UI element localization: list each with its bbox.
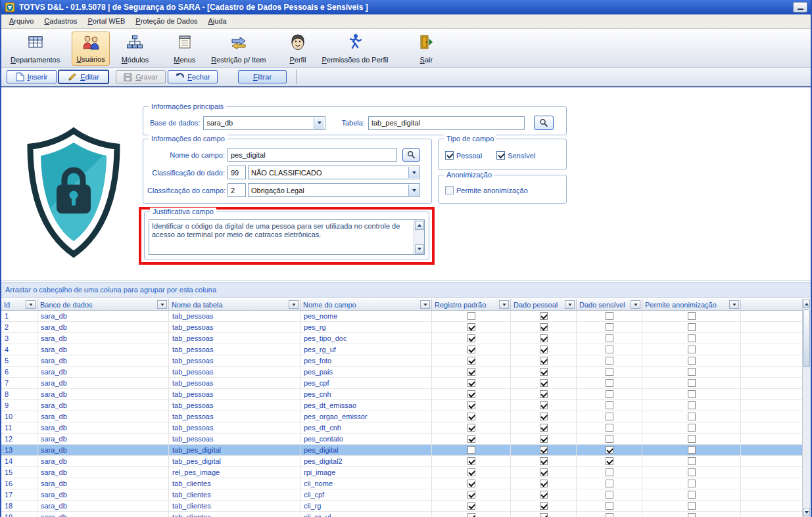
toolbar-item-modulos[interactable]: Módulos	[118, 32, 153, 66]
column-header-registro[interactable]: Registro padrão	[432, 299, 511, 310]
checkbox-pessoal[interactable]	[540, 390, 548, 398]
checkbox-registro[interactable]	[467, 368, 475, 376]
checkbox-pessoal[interactable]	[540, 480, 548, 487]
column-header-pessoal[interactable]: Dado pessoal	[511, 299, 577, 310]
checkbox-pessoal[interactable]	[540, 368, 548, 376]
filter-dropdown-icon[interactable]	[420, 300, 430, 309]
checkbox-anon[interactable]	[688, 346, 696, 353]
checkbox-registro[interactable]	[467, 357, 475, 365]
checkbox-pessoal[interactable]	[540, 513, 548, 517]
checkbox-anon[interactable]	[688, 334, 696, 342]
checkbox-sensivel[interactable]	[496, 151, 505, 160]
checkbox-sensivel[interactable]	[606, 435, 613, 443]
justificativa-textarea[interactable]: Identificar o código da digital de uma p…	[149, 219, 425, 255]
checkbox-pessoal[interactable]	[540, 502, 548, 510]
grid-scrollbar[interactable]	[802, 299, 811, 517]
checkbox-pessoal[interactable]	[540, 457, 548, 465]
classificacao-dado-select[interactable]: NÃO CLASSIFICADO	[248, 166, 420, 179]
checkbox-pessoal[interactable]	[540, 424, 548, 432]
inserir-button[interactable]: Inserir	[7, 70, 57, 83]
checkbox-registro[interactable]	[467, 446, 475, 454]
checkbox-pessoal[interactable]	[540, 468, 548, 476]
scroll-up-icon[interactable]	[415, 221, 424, 230]
classificacao-campo-code-input[interactable]: 2	[227, 183, 246, 197]
table-row[interactable]: 19sara_dbtab_clientescli_rg_uf	[1, 512, 802, 517]
checkbox-registro[interactable]	[467, 346, 475, 353]
table-row[interactable]: 11sara_dbtab_pessoaspes_dt_cnh	[1, 422, 802, 434]
table-row[interactable]: 12sara_dbtab_pessoaspes_contato	[1, 434, 802, 445]
checkbox-permite-anonimizacao[interactable]	[445, 186, 454, 194]
checkbox-anon[interactable]	[688, 390, 696, 398]
checkbox-sensivel[interactable]	[606, 413, 613, 420]
dropdown-arrow-icon[interactable]	[314, 118, 324, 129]
menu-arquivo[interactable]: Arquivo	[4, 14, 39, 28]
dropdown-arrow-icon[interactable]	[408, 167, 419, 178]
search-table-button[interactable]	[534, 116, 554, 130]
checkbox-registro[interactable]	[467, 323, 475, 331]
checkbox-sensivel[interactable]	[606, 513, 613, 517]
checkbox-sensivel[interactable]	[606, 502, 613, 510]
checkbox-pessoal[interactable]	[540, 334, 548, 342]
table-row[interactable]: 3sara_dbtab_pessoaspes_tipo_doc	[1, 333, 802, 344]
checkbox-sensivel[interactable]	[606, 457, 613, 465]
grid-scroll-down-icon[interactable]	[803, 508, 810, 516]
checkbox-registro[interactable]	[467, 457, 475, 465]
filter-dropdown-icon[interactable]	[499, 300, 509, 309]
checkbox-registro[interactable]	[467, 480, 475, 487]
checkbox-sensivel[interactable]	[606, 401, 613, 409]
menu-protecao-de-dados[interactable]: Proteção de Dados	[130, 14, 203, 28]
checkbox-anon[interactable]	[688, 424, 696, 432]
toolbar-item-permissoes[interactable]: Permissões do Perfil	[318, 32, 393, 66]
table-row[interactable]: 10sara_dbtab_pessoaspes_orgao_emissor	[1, 411, 802, 422]
table-row[interactable]: 18sara_dbtab_clientescli_rg	[1, 501, 802, 512]
checkbox-sensivel[interactable]	[606, 346, 613, 353]
checkbox-sensivel[interactable]	[606, 446, 613, 454]
checkbox-anon[interactable]	[688, 323, 696, 331]
checkbox-sensivel[interactable]	[606, 468, 613, 476]
scroll-down-icon[interactable]	[415, 244, 424, 254]
table-row[interactable]: 17sara_dbtab_clientescli_cpf	[1, 489, 802, 501]
checkbox-sensivel[interactable]	[606, 334, 613, 342]
table-row[interactable]: 9sara_dbtab_pessoaspes_dt_emissao	[1, 400, 802, 411]
toolbar-item-perfil[interactable]: Perfil	[285, 32, 310, 66]
base-de-dados-select[interactable]: sara_db	[203, 116, 325, 130]
checkbox-pessoal[interactable]	[540, 413, 548, 420]
minimize-button[interactable]	[793, 2, 807, 12]
checkbox-registro[interactable]	[467, 502, 475, 510]
checkbox-anon[interactable]	[688, 401, 696, 409]
table-row[interactable]: 15sara_dbrel_pes_imagerpi_image	[1, 467, 802, 478]
checkbox-pessoal[interactable]	[540, 312, 548, 320]
checkbox-pessoal[interactable]	[445, 151, 454, 160]
checkbox-anon[interactable]	[688, 413, 696, 420]
column-header-db[interactable]: Banco de dados	[37, 299, 169, 310]
checkbox-anon[interactable]	[688, 468, 696, 476]
checkbox-sensivel[interactable]	[606, 424, 613, 432]
table-row[interactable]: 5sara_dbtab_pessoaspes_foto	[1, 355, 802, 367]
tabela-input[interactable]: tab_pes_digital	[368, 116, 525, 130]
checkbox-pessoal[interactable]	[540, 346, 548, 353]
toolbar-item-departamentos[interactable]: Departamentos	[7, 32, 64, 66]
gravar-button[interactable]: Gravar	[116, 70, 166, 83]
checkbox-sensivel[interactable]	[606, 368, 613, 376]
checkbox-sensivel[interactable]	[606, 357, 613, 365]
checkbox-anon[interactable]	[688, 480, 696, 487]
checkbox-anon[interactable]	[688, 502, 696, 510]
column-header-anon[interactable]: Permite anonimização	[642, 299, 741, 310]
toolbar-item-restricao[interactable]: Restrição p/ Item	[207, 32, 270, 66]
table-row[interactable]: 1sara_dbtab_pessoaspes_nome	[1, 311, 802, 322]
justificativa-scrollbar[interactable]	[414, 220, 424, 254]
classificacao-dado-code-input[interactable]: 99	[227, 166, 246, 179]
filtrar-button[interactable]: Filtrar	[238, 70, 287, 83]
table-row[interactable]: 7sara_dbtab_pessoaspes_cpf	[1, 378, 802, 389]
table-row[interactable]: 4sara_dbtab_pessoaspes_rg_uf	[1, 344, 802, 355]
checkbox-registro[interactable]	[467, 424, 475, 432]
checkbox-registro[interactable]	[467, 401, 475, 409]
filter-dropdown-icon[interactable]	[729, 300, 739, 309]
toolbar-item-menus[interactable]: Menus	[170, 32, 199, 66]
checkbox-anon[interactable]	[688, 368, 696, 376]
column-header-table[interactable]: Nome da tabela	[169, 299, 300, 310]
filter-dropdown-icon[interactable]	[631, 300, 640, 309]
nome-do-campo-input[interactable]: pes_digital	[227, 148, 397, 162]
column-header-field[interactable]: Nome do campo	[300, 299, 432, 310]
checkbox-sensivel[interactable]	[606, 480, 613, 487]
